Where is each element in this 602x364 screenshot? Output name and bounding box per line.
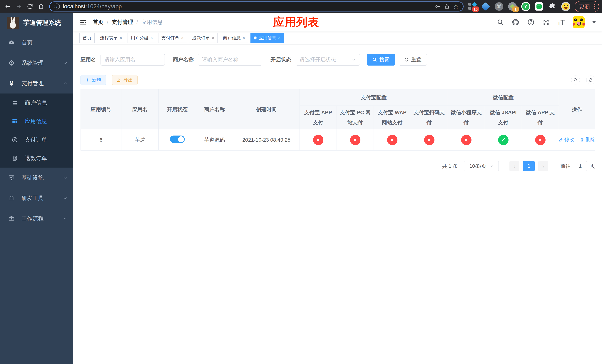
bookmark-star-icon[interactable]: ☆ xyxy=(453,3,459,10)
page-size-value: 10条/页 xyxy=(469,163,486,169)
header-search-icon[interactable] xyxy=(497,19,504,26)
site-info-icon[interactable]: i xyxy=(54,3,60,10)
user-avatar[interactable] xyxy=(573,16,585,28)
sidebar-collapse-icon[interactable] xyxy=(79,18,87,26)
extension-command-icon[interactable]: ⌘ xyxy=(495,2,504,11)
chevron-up-icon xyxy=(63,81,68,86)
delete-button[interactable]: 删除 xyxy=(580,137,595,143)
tab-close-icon[interactable]: × xyxy=(212,35,214,41)
tab-process-form[interactable]: 流程表单 × xyxy=(97,33,125,43)
github-icon[interactable] xyxy=(512,18,519,26)
tab-refund-orders[interactable]: 退款订单 × xyxy=(189,33,217,43)
share-icon[interactable] xyxy=(444,3,450,10)
sidebar-item-dev-tools[interactable]: 研发工具 xyxy=(0,188,73,208)
user-menu-caret-icon[interactable] xyxy=(592,21,596,23)
tab-close-icon[interactable]: × xyxy=(181,35,184,41)
add-button[interactable]: 新增 xyxy=(81,75,106,85)
browser-back-button[interactable] xyxy=(3,2,13,11)
export-button[interactable]: 导出 xyxy=(112,75,138,85)
edit-button[interactable]: 修改 xyxy=(559,137,574,143)
goto-label: 前往 xyxy=(560,163,570,169)
search-icon xyxy=(372,57,377,62)
goto-page-input[interactable] xyxy=(574,161,587,171)
browser-profile-avatar[interactable] xyxy=(561,2,570,11)
status-icon: × xyxy=(350,135,360,145)
breadcrumb-home[interactable]: 首页 xyxy=(93,19,104,26)
yen-icon: ¥ xyxy=(8,80,15,87)
toolbox-icon xyxy=(8,195,15,201)
page-number-button[interactable]: 1 xyxy=(523,161,535,171)
active-tab-dot xyxy=(254,36,257,39)
app-table: 应用编号 应用名 开启状态 商户名称 创建时间 支付宝配置 微信配置 操作 支付… xyxy=(81,89,595,150)
edit-button-label: 修改 xyxy=(564,137,574,143)
status-icon: × xyxy=(424,135,434,145)
show-search-toggle-button[interactable] xyxy=(571,75,580,85)
delete-button-label: 删除 xyxy=(586,137,595,143)
col-header-created: 创建时间 xyxy=(233,89,300,129)
app-name-label: 应用名 xyxy=(81,56,96,63)
tab-merchant-info[interactable]: 商户信息 × xyxy=(220,33,248,43)
refresh-icon xyxy=(404,57,409,62)
update-label: 更新 xyxy=(579,3,590,10)
browser-menu-icon[interactable] xyxy=(593,4,597,9)
tab-close-icon[interactable]: × xyxy=(278,35,281,41)
sidebar-logo[interactable]: 芋道管理系统 xyxy=(0,13,73,32)
extensions-puzzle-icon[interactable] xyxy=(548,2,557,11)
reset-button[interactable]: 重置 xyxy=(399,54,427,65)
col-header-alipay-app: 支付宝 APP 支付 xyxy=(300,106,337,129)
breadcrumb-section[interactable]: 支付管理 xyxy=(112,19,133,26)
sidebar-item-home[interactable]: 首页 xyxy=(0,32,73,53)
help-icon[interactable] xyxy=(527,19,535,26)
sidebar-item-pay-orders[interactable]: 支付订单 xyxy=(0,130,73,149)
font-size-icon[interactable]: TT xyxy=(558,19,565,26)
sidebar-item-system[interactable]: ⚙ 系统管理 xyxy=(0,53,73,73)
fullscreen-icon[interactable] xyxy=(542,19,550,26)
filter-form: 应用名 商户名称 开启状态 请选择开启状态 搜索 xyxy=(81,54,595,65)
col-header-name: 应用名 xyxy=(121,89,159,129)
app-name-input[interactable] xyxy=(100,54,165,65)
address-bar[interactable]: i localhost:1024/pay/app ☆ xyxy=(49,1,463,11)
tab-home[interactable]: 首页 xyxy=(79,33,95,43)
chevron-down-icon xyxy=(489,164,493,168)
edit-pencil-icon xyxy=(559,138,563,142)
refresh-table-button[interactable] xyxy=(586,75,595,85)
browser-toolbar: i localhost:1024/pay/app ☆ 10 ⌘ 1 Y xyxy=(0,0,602,13)
tab-app-info[interactable]: 应用信息 × xyxy=(250,33,284,43)
extension-y-icon[interactable]: Y xyxy=(521,2,530,11)
page-size-select[interactable]: 10条/页 xyxy=(464,161,499,171)
status-icon: × xyxy=(535,135,546,145)
browser-forward-button[interactable] xyxy=(14,2,24,11)
sidebar-item-refund-orders[interactable]: 退款订单 xyxy=(0,149,73,168)
sidebar-item-payment[interactable]: ¥ 支付管理 xyxy=(0,73,73,94)
tab-pay-orders[interactable]: 支付订单 × xyxy=(158,33,187,43)
trash-icon xyxy=(580,138,584,142)
tab-close-icon[interactable]: × xyxy=(119,35,122,41)
chevron-down-icon xyxy=(352,57,356,62)
browser-home-button[interactable] xyxy=(36,2,46,11)
sidebar-item-merchant-info[interactable]: 商户信息 xyxy=(0,94,73,112)
sidebar-item-label: 首页 xyxy=(22,39,68,46)
prev-page-button[interactable]: ‹ xyxy=(509,161,519,171)
extension-gem-icon[interactable] xyxy=(481,2,490,11)
extension-grid-icon[interactable]: 10 xyxy=(468,2,477,11)
status-toggle[interactable] xyxy=(170,136,185,143)
tab-user-group[interactable]: 用户分组 × xyxy=(128,33,156,43)
tab-close-icon[interactable]: × xyxy=(150,35,153,41)
merchant-name-input[interactable] xyxy=(198,54,262,65)
status-select[interactable]: 请选择开启状态 xyxy=(296,54,360,65)
extension-chat-icon[interactable] xyxy=(535,2,544,11)
cell-alipay-app: × xyxy=(300,129,337,150)
browser-reload-button[interactable] xyxy=(25,2,35,11)
pagination-total: 共 1 条 xyxy=(442,163,458,169)
browser-update-button[interactable]: 更新 xyxy=(575,1,599,12)
next-page-button[interactable]: › xyxy=(538,161,548,171)
sidebar-item-label: 支付管理 xyxy=(22,80,56,87)
sidebar-item-app-info[interactable]: 应用信息 xyxy=(0,112,73,130)
table-toolbar: 新增 导出 xyxy=(81,75,595,85)
sidebar-item-infrastructure[interactable]: 基础设施 xyxy=(0,168,73,188)
tab-close-icon[interactable]: × xyxy=(243,35,245,41)
password-key-icon[interactable] xyxy=(434,3,441,10)
sidebar-item-workflow[interactable]: 工作流程 xyxy=(0,208,73,229)
extension-proxy-icon[interactable]: 1 xyxy=(508,2,517,11)
search-button[interactable]: 搜索 xyxy=(367,54,395,65)
